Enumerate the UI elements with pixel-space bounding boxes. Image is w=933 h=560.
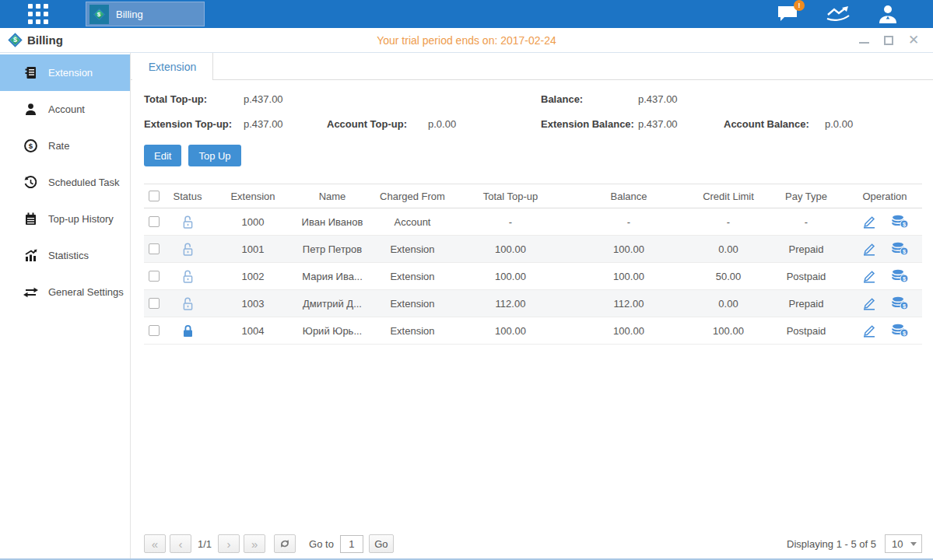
column-header-name: Name	[295, 191, 370, 202]
topup-coins-icon[interactable]: $	[891, 296, 909, 310]
next-page-button[interactable]: ›	[218, 534, 240, 553]
topup-coins-icon[interactable]: $	[891, 269, 909, 283]
line-chart-icon[interactable]	[826, 5, 851, 23]
pay-type-cell: Postpaid	[765, 325, 847, 337]
column-header-pay-type: Pay Type	[765, 191, 847, 202]
unlocked-icon	[181, 296, 195, 311]
sidebar-item-scheduled-task[interactable]: Scheduled Task	[0, 164, 130, 201]
refresh-icon[interactable]	[274, 534, 296, 553]
extension-cell: 1003	[211, 298, 295, 310]
first-page-button[interactable]: «	[144, 534, 166, 553]
balance-label: Balance:	[541, 93, 638, 105]
edit-icon[interactable]	[861, 215, 877, 229]
maximize-button[interactable]	[884, 36, 893, 45]
top-up-button[interactable]: Top Up	[188, 145, 240, 166]
sidebar: Extension Account $ Rate	[0, 53, 131, 560]
topbar: $ Billing !	[0, 0, 933, 28]
unlocked-icon	[181, 269, 195, 284]
column-header-charged-from: Charged From	[370, 191, 455, 202]
charged-from-cell: Extension	[370, 298, 455, 310]
billing-app-icon: $	[89, 5, 109, 24]
sidebar-item-label: Extension	[48, 67, 93, 79]
rate-dollar-icon: $	[23, 138, 38, 153]
minimize-button[interactable]	[859, 37, 869, 44]
column-header-operation: Operation	[847, 191, 922, 202]
chat-notification-icon[interactable]: !	[777, 5, 799, 23]
go-button[interactable]: Go	[369, 534, 394, 553]
edit-icon[interactable]	[861, 270, 877, 283]
credit-limit-cell: 100.00	[692, 325, 765, 337]
sidebar-item-label: Top-up History	[48, 213, 114, 225]
table-body: 1000Иван ИвановAccount----$1001Петр Петр…	[144, 208, 922, 345]
page-size-select[interactable]: 10	[885, 534, 922, 553]
extension-cell: 1001	[211, 243, 295, 255]
row-checkbox[interactable]	[149, 271, 160, 282]
goto-page-input[interactable]	[340, 535, 363, 553]
name-cell: Мария Ива...	[295, 271, 370, 282]
prev-page-button[interactable]: ‹	[170, 534, 191, 553]
charged-from-cell: Extension	[370, 325, 455, 337]
titlebar: $ Billing Your trial period ends on: 201…	[0, 28, 933, 53]
pay-type-cell: Prepaid	[765, 298, 847, 310]
extension-cell: 1000	[211, 216, 295, 228]
name-cell: Иван Иванов	[295, 216, 370, 228]
edit-icon[interactable]	[861, 297, 877, 310]
unlocked-icon	[181, 242, 195, 257]
topup-history-ledger-icon	[23, 212, 38, 226]
sidebar-item-account[interactable]: Account	[0, 91, 130, 128]
credit-limit-cell: 50.00	[692, 271, 765, 282]
billing-diamond-icon: $	[8, 33, 22, 47]
select-all-checkbox[interactable]	[149, 191, 160, 201]
sidebar-item-extension[interactable]: Extension	[0, 54, 130, 91]
total-topup-cell: 100.00	[455, 325, 566, 337]
topup-coins-icon[interactable]: $	[891, 242, 909, 256]
total-topup-cell: 100.00	[455, 243, 566, 255]
table-row: 1000Иван ИвановAccount----$	[144, 208, 922, 236]
extension-topup-label: Extension Top-up:	[144, 118, 244, 130]
sidebar-item-label: Rate	[48, 140, 69, 152]
topup-coins-icon[interactable]: $	[891, 215, 909, 229]
trial-notice: Your trial period ends on: 2017-02-24	[0, 34, 933, 47]
close-button[interactable]: ✕	[908, 35, 919, 46]
locked-icon	[181, 324, 195, 338]
sidebar-item-rate[interactable]: $ Rate	[0, 128, 130, 164]
column-header-extension: Extension	[211, 191, 295, 202]
extension-balance-value: p.437.00	[638, 118, 724, 130]
edit-button[interactable]: Edit	[144, 145, 181, 166]
sidebar-item-label: General Settings	[48, 286, 124, 298]
unlocked-icon	[181, 215, 195, 229]
last-page-button[interactable]: »	[244, 534, 265, 553]
topup-coins-icon[interactable]: $	[891, 324, 909, 338]
sidebar-item-topup-history[interactable]: Top-up History	[0, 201, 130, 237]
total-topup-cell: 112.00	[455, 298, 566, 310]
charged-from-cell: Extension	[370, 271, 455, 282]
balance-cell: 100.00	[566, 325, 692, 337]
tab-extension[interactable]: Extension	[132, 53, 213, 80]
row-checkbox[interactable]	[149, 325, 160, 336]
balance-cell: 100.00	[566, 243, 692, 255]
statistics-chart-icon	[23, 248, 38, 263]
edit-icon[interactable]	[861, 324, 877, 338]
page-indicator: 1/1	[198, 538, 212, 550]
sidebar-item-statistics[interactable]: Statistics	[0, 237, 130, 274]
total-topup-cell: 100.00	[455, 271, 566, 282]
edit-icon[interactable]	[861, 243, 877, 256]
apps-grid-icon[interactable]	[28, 4, 48, 24]
account-balance-label: Account Balance:	[724, 118, 825, 130]
table-row: 1003Дмитрий Д...Extension112.00112.000.0…	[144, 290, 922, 317]
user-icon[interactable]	[877, 4, 899, 24]
displaying-text: Displaying 1 - 5 of 5	[787, 538, 876, 550]
total-topup-label: Total Top-up:	[144, 93, 244, 105]
charged-from-cell: Account	[370, 216, 455, 228]
row-checkbox[interactable]	[149, 298, 160, 309]
sidebar-item-label: Statistics	[48, 250, 89, 261]
row-checkbox[interactable]	[149, 243, 160, 254]
total-topup-cell: -	[455, 216, 566, 228]
sidebar-item-label: Scheduled Task	[48, 177, 120, 188]
table-header-row: StatusExtensionNameCharged FromTotal Top…	[144, 184, 922, 208]
sidebar-item-general-settings[interactable]: General Settings	[0, 274, 130, 310]
account-topup-label: Account Top-up:	[327, 118, 428, 130]
topbar-tab-billing[interactable]: $ Billing	[86, 2, 205, 26]
row-checkbox[interactable]	[149, 216, 160, 227]
extension-topup-value: p.437.00	[244, 118, 327, 130]
